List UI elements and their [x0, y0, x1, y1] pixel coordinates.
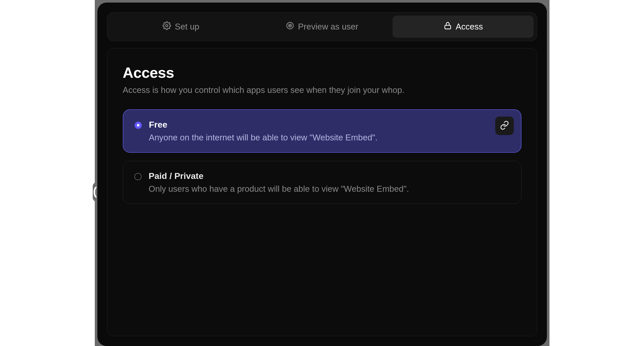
lock-icon [443, 21, 452, 32]
option-paid-desc: Only users who have a product will be ab… [149, 184, 510, 194]
option-free-text: Free Anyone on the internet will be able… [149, 120, 510, 142]
tab-preview[interactable]: Preview as user [251, 16, 393, 38]
option-paid-text: Paid / Private Only users who have a pro… [149, 171, 510, 194]
side-handle[interactable]: ( [93, 182, 97, 202]
access-panel: Access Access is how you control which a… [107, 48, 537, 336]
tabs-bar: Set up Preview as user [107, 12, 537, 41]
link-icon [500, 121, 509, 131]
gear-icon [162, 21, 171, 32]
option-paid[interactable]: Paid / Private Only users who have a pro… [123, 161, 521, 204]
option-free-title: Free [149, 120, 510, 130]
option-free[interactable]: Free Anyone on the internet will be able… [123, 109, 521, 153]
copy-link-button[interactable] [495, 117, 514, 135]
radio-free[interactable] [135, 122, 142, 129]
radio-paid[interactable] [134, 173, 142, 180]
svg-point-0 [166, 25, 168, 27]
eye-icon [286, 21, 294, 32]
tab-setup[interactable]: Set up [110, 16, 251, 38]
app-container: ( Set up Pr [97, 3, 547, 346]
svg-point-3 [290, 25, 291, 26]
tab-access-label: Access [456, 22, 483, 32]
tab-access[interactable]: Access [393, 16, 534, 38]
option-paid-title: Paid / Private [149, 171, 510, 181]
tab-preview-label: Preview as user [298, 22, 358, 32]
panel-title: Access [123, 64, 521, 81]
option-free-desc: Anyone on the internet will be able to v… [149, 133, 510, 142]
tab-setup-label: Set up [175, 22, 199, 32]
panel-subtitle: Access is how you control which apps use… [123, 85, 521, 95]
svg-rect-4 [445, 25, 451, 29]
